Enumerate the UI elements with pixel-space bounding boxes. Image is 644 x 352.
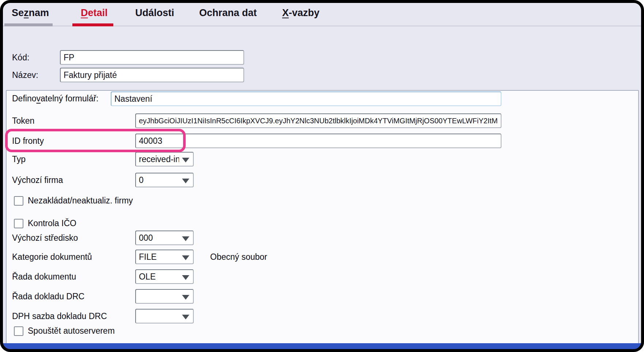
bottom-toolbar-sliver [0, 343, 644, 350]
chevron-down-icon[interactable] [182, 255, 189, 260]
chevron-down-icon[interactable] [182, 295, 189, 300]
chevron-down-icon[interactable] [182, 179, 189, 183]
kontrola-ico-checkbox-label: Kontrola IČO [28, 218, 76, 228]
typ-label: Typ [12, 154, 26, 165]
rada-dokumentu-dropdown[interactable]: OLE [135, 269, 194, 284]
id-fronty-input[interactable] [135, 134, 501, 148]
vychozi-firma-label: Výchozí firma [12, 175, 63, 186]
tab-label-accel: D [81, 7, 88, 18]
tab-label: nam [29, 7, 49, 18]
tab-udalosti[interactable]: Události [135, 7, 174, 19]
chevron-down-icon[interactable] [182, 236, 189, 241]
typ-dropdown-value: received-inv [139, 154, 179, 164]
vychozi-firma-dropdown-value: 0 [139, 175, 144, 185]
rada-dokladu-drc-label: Řada dokladu DRC [12, 291, 84, 302]
tab-ochrana-dat[interactable]: Ochrana dat [199, 7, 257, 19]
dph-sazba-drc-label: DPH sazba dokladu DRC [12, 311, 107, 322]
chevron-down-icon[interactable] [182, 158, 189, 162]
nazev-input[interactable] [60, 68, 244, 82]
rada-dokumentu-dropdown-value: OLE [139, 272, 156, 282]
def-form-input[interactable] [111, 91, 501, 106]
kod-label: Kód: [12, 52, 29, 63]
token-input[interactable] [135, 113, 501, 128]
token-label: Token [12, 115, 34, 126]
tab-label-accel: z [24, 7, 29, 18]
app-window: Seznam Detail Události Ochrana dat X-vaz… [0, 0, 644, 352]
vychozi-stredisko-dropdown[interactable]: 000 [135, 231, 194, 245]
rada-dokladu-drc-dropdown[interactable] [135, 289, 194, 304]
tab-underline-active [72, 23, 113, 26]
tab-label: etail [88, 7, 108, 18]
tab-label: -vazby [289, 7, 319, 18]
tab-label: Ochrana dat [199, 7, 257, 18]
kategorie-dropdown[interactable]: FILE [135, 250, 194, 264]
nezakladat-checkbox[interactable] [14, 196, 23, 206]
vychozi-stredisko-dropdown-value: 000 [139, 233, 153, 243]
vychozi-firma-dropdown[interactable]: 0 [135, 173, 194, 187]
vychozi-stredisko-label: Výchozí středisko [12, 232, 78, 243]
def-form-label: Definovatelný formulář: [12, 93, 99, 104]
chevron-down-icon[interactable] [182, 275, 189, 280]
autoserver-checkbox[interactable] [14, 326, 23, 336]
kategorie-label: Kategorie dokumentů [12, 251, 92, 262]
nazev-label: Název: [12, 70, 38, 80]
autoserver-checkbox-label: Spouštět autoserverem [28, 326, 115, 336]
typ-dropdown[interactable]: received-inv [135, 152, 194, 166]
tab-detail[interactable]: Detail [81, 7, 108, 19]
nezakladat-checkbox-label: Nezakládat/neaktualiz. firmy [28, 195, 133, 206]
kontrola-ico-checkbox[interactable] [14, 219, 23, 228]
chevron-down-icon[interactable] [182, 315, 189, 319]
kategorie-dropdown-value: FILE [139, 252, 157, 262]
tab-label: Události [135, 7, 174, 18]
id-fronty-label: ID fronty [12, 135, 44, 146]
tab-label-accel: X [282, 7, 289, 18]
tab-bar: Seznam Detail Události Ochrana dat X-vaz… [0, 0, 644, 26]
tab-x-vazby[interactable]: X-vazby [282, 7, 319, 19]
tab-underline-inactive [4, 23, 53, 26]
kategorie-note: Obecný soubor [210, 251, 267, 262]
tab-label: Se [12, 7, 24, 18]
rada-dokumentu-label: Řada dokumentu [12, 271, 76, 282]
kod-input[interactable] [60, 50, 244, 65]
dph-sazba-drc-dropdown[interactable] [135, 309, 194, 323]
tab-seznam[interactable]: Seznam [12, 7, 49, 19]
